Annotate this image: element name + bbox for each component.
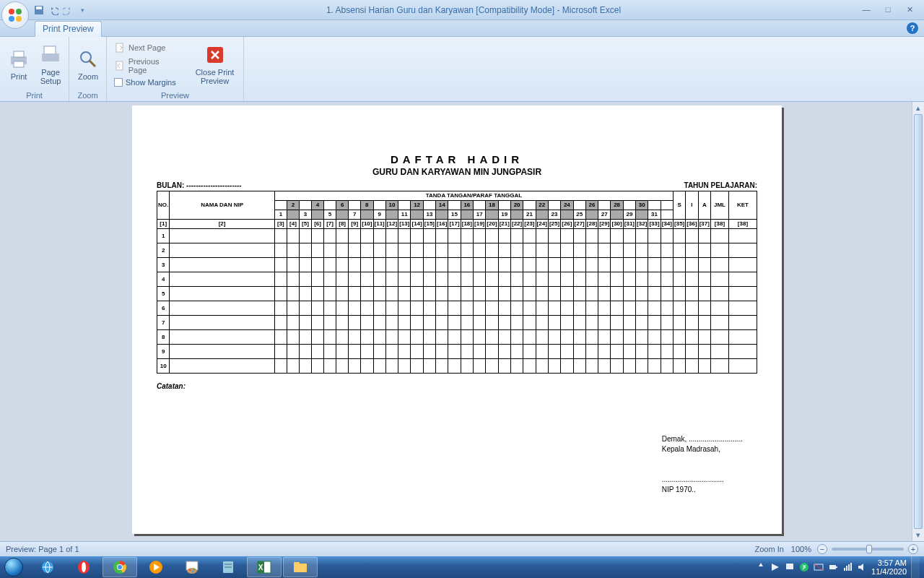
- office-button[interactable]: [1, 1, 29, 29]
- svg-point-2: [9, 16, 14, 22]
- svg-point-3: [16, 16, 22, 22]
- signature-block: Demak, ........................... Kepal…: [662, 434, 743, 495]
- bulan-label: BULAN:: [157, 181, 184, 189]
- tray-volume-icon[interactable]: [857, 562, 867, 572]
- zoom-percent: 100%: [791, 545, 811, 553]
- taskbar-explorer[interactable]: [283, 557, 318, 577]
- doc-subtitle: GURU DAN KARYAWAN MIN JUNGPASIR: [157, 167, 757, 177]
- system-tray: 3:57 AM 11/4/2020: [756, 556, 924, 578]
- svg-point-25: [187, 568, 197, 574]
- scroll-up-icon[interactable]: ▴: [912, 102, 924, 114]
- svg-point-1: [16, 9, 22, 14]
- status-page-info: Preview: Page 1 of 1: [6, 545, 79, 553]
- next-page-icon: [114, 42, 126, 53]
- qat-dropdown-icon[interactable]: ▾: [77, 4, 88, 16]
- svg-line-12: [90, 61, 95, 66]
- printer-icon: [7, 48, 30, 71]
- svg-point-27: [192, 571, 193, 572]
- close-preview-button[interactable]: Close Print Preview: [191, 41, 239, 87]
- group-label-print: Print: [0, 91, 69, 101]
- group-label-zoom: Zoom: [69, 91, 106, 101]
- preview-area: DAFTAR HADIR GURU DAN KARYAWAN MIN JUNGP…: [0, 102, 924, 541]
- next-page-button: Next Page: [111, 40, 182, 55]
- ribbon: Print Page Setup Print Zoom Zoom Next Pa…: [0, 37, 924, 102]
- zoom-in-button[interactable]: +: [908, 544, 918, 554]
- attendance-table: NO.NAMA DAN NIPTANDA TANGAN/PARAF TANGGA…: [157, 191, 757, 374]
- minimize-button[interactable]: ―: [859, 5, 873, 14]
- tray-icon[interactable]: [814, 562, 824, 572]
- svg-point-11: [81, 52, 91, 62]
- tray-bluetooth-icon[interactable]: [799, 562, 809, 572]
- svg-text:X: X: [258, 564, 263, 571]
- page-setup-icon: [39, 43, 62, 66]
- tray-network-icon[interactable]: [842, 562, 853, 572]
- help-icon[interactable]: ?: [907, 22, 918, 34]
- title-bar: ▾ 1. Absensi Harian Guru dan Karyawan [C…: [0, 0, 924, 20]
- svg-rect-5: [36, 7, 42, 9]
- svg-rect-36: [294, 562, 300, 565]
- taskbar-excel[interactable]: X: [247, 557, 282, 577]
- magnifier-icon: [77, 48, 100, 71]
- prev-page-icon: [114, 60, 126, 72]
- tray-clock[interactable]: 3:57 AM 11/4/2020: [871, 558, 907, 576]
- taskbar-ie[interactable]: [30, 557, 65, 577]
- page-setup-button[interactable]: Page Setup: [36, 41, 65, 87]
- start-button[interactable]: [0, 556, 27, 578]
- previous-page-button: Previous Page: [111, 56, 182, 76]
- save-icon[interactable]: [33, 4, 45, 16]
- svg-point-0: [9, 9, 14, 14]
- ribbon-tabs: Print Preview ?: [0, 20, 924, 37]
- zoom-mode-label[interactable]: Zoom In: [755, 545, 784, 553]
- zoom-out-button[interactable]: −: [817, 544, 827, 554]
- tahun-label: TAHUN PELAJARAN:: [684, 181, 757, 189]
- scroll-down-icon[interactable]: ▾: [912, 529, 924, 541]
- taskbar-wmp[interactable]: [139, 557, 173, 577]
- doc-title: DAFTAR HADIR: [157, 153, 757, 165]
- taskbar: X 3:57 AM 11/4/2020: [0, 556, 924, 578]
- bulan-value: -----------------------: [186, 181, 242, 189]
- svg-rect-43: [836, 566, 837, 568]
- svg-point-18: [82, 562, 86, 572]
- page-preview[interactable]: DAFTAR HADIR GURU DAN KARYAWAN MIN JUNGP…: [132, 105, 782, 534]
- undo-icon[interactable]: [48, 4, 59, 16]
- status-bar: Preview: Page 1 of 1 Zoom In 100% − +: [0, 541, 924, 556]
- zoom-button[interactable]: Zoom: [74, 46, 103, 83]
- svg-point-28: [193, 569, 195, 570]
- svg-rect-42: [829, 565, 836, 569]
- svg-rect-7: [14, 51, 24, 57]
- window-title: 1. Absensi Harian Guru dan Karyawan [Com…: [88, 5, 859, 15]
- tray-icon[interactable]: [756, 562, 766, 572]
- maximize-button[interactable]: □: [881, 5, 895, 14]
- close-preview-icon: [204, 43, 227, 66]
- catatan-label: Catatan:: [157, 382, 757, 390]
- scroll-thumb[interactable]: [914, 114, 923, 529]
- svg-line-41: [814, 564, 823, 570]
- vertical-scrollbar[interactable]: ▴ ▾: [912, 102, 924, 541]
- tray-power-icon[interactable]: [828, 562, 838, 572]
- quick-access-toolbar: ▾: [33, 4, 88, 16]
- group-label-preview: Preview: [107, 91, 243, 101]
- taskbar-chrome[interactable]: [103, 557, 137, 577]
- checkbox-icon: [114, 78, 123, 87]
- tab-print-preview[interactable]: Print Preview: [35, 21, 102, 37]
- svg-rect-8: [14, 61, 24, 67]
- close-button[interactable]: ✕: [902, 5, 917, 14]
- svg-rect-10: [42, 53, 59, 61]
- tray-flag-icon[interactable]: [785, 562, 795, 572]
- taskbar-paint[interactable]: [175, 557, 209, 577]
- zoom-slider[interactable]: [832, 548, 904, 551]
- taskbar-notes[interactable]: [211, 557, 245, 577]
- print-button[interactable]: Print: [4, 46, 33, 83]
- show-margins-checkbox[interactable]: Show Margins: [111, 77, 182, 88]
- svg-rect-38: [786, 564, 793, 569]
- taskbar-opera[interactable]: [66, 557, 101, 577]
- svg-point-26: [189, 569, 191, 571]
- show-desktop-button[interactable]: [911, 556, 920, 578]
- redo-icon[interactable]: [62, 4, 74, 16]
- svg-point-22: [118, 565, 122, 569]
- tray-icon[interactable]: [770, 562, 780, 572]
